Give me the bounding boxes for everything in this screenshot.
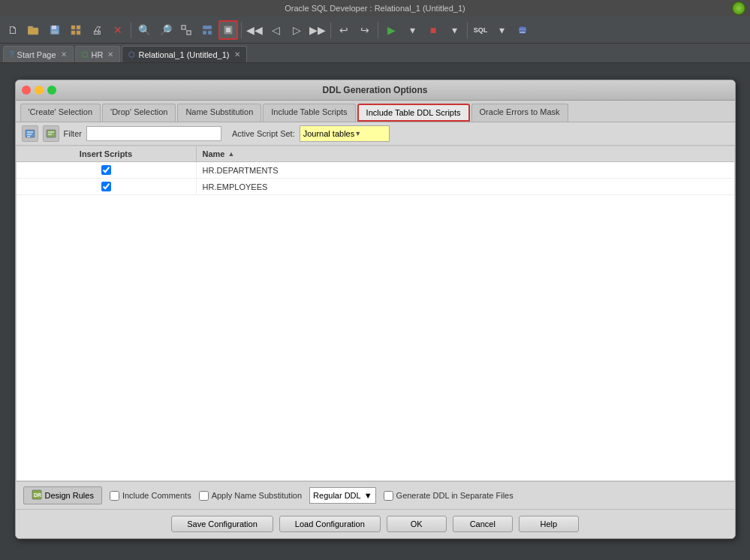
help-btn[interactable]: Help [519,516,579,532]
stop-opts-btn[interactable]: ▾ [444,20,464,40]
dialog-title: DDL Generation Options [323,85,428,95]
svg-rect-10 [187,31,191,35]
svg-rect-24 [47,130,56,137]
row2-checkbox[interactable] [101,182,111,191]
include-comments-checkbox[interactable] [110,491,119,501]
action-buttons: Save Configuration Load Configuration OK… [16,509,735,538]
active-tool-btn[interactable] [218,20,238,40]
svg-rect-0 [28,28,38,35]
col-name[interactable]: Name ▲ [197,146,734,161]
load-config-btn[interactable]: Load Configuration [279,516,381,532]
table-row: HR.EMPLOYEES [17,179,734,195]
bottom-options: DR Design Rules Include Comments Apply N… [16,481,735,509]
apply-name-sub-checkbox[interactable] [199,491,209,501]
tab-include-table-ddl-scripts[interactable]: Include Table DDL Scripts [357,104,470,122]
redo-btn[interactable]: ↪ [355,20,375,40]
design-rules-icon: DR [32,489,42,501]
filter-label: Filter [64,129,82,138]
svg-rect-1 [28,26,33,29]
active-script-select[interactable]: Journal tables ▼ [300,125,390,142]
save-btn[interactable] [45,20,65,40]
ddl-dropdown-arrow-icon: ▼ [364,491,372,500]
dialog-close-btn[interactable] [22,86,31,95]
dialog-minimize-btn[interactable] [35,86,44,95]
fit-btn[interactable] [176,20,196,40]
tab-include-table-scripts[interactable]: Include Table Scripts [263,104,355,122]
run-opts-btn[interactable]: ▾ [402,20,422,40]
stop-btn[interactable]: ■ [423,20,443,40]
tab-create-selection[interactable]: 'Create' Selection [20,104,101,122]
filter-bar: Filter Active Script Set: Journal tables… [16,122,735,146]
svg-rect-5 [71,26,75,29]
tab-oracle-errors[interactable]: Oracle Errors to Mask [471,104,568,122]
prev-btn[interactable]: ◁ [266,20,285,40]
tab-name-substitution[interactable]: Name Substitution [177,104,261,122]
ddl-type-select[interactable]: Regular DDL ▼ [309,487,375,504]
print-btn[interactable]: 🖨 [87,20,107,40]
filter-icon-btn1[interactable] [22,125,38,142]
table-body: HR.DEPARTMENTS HR.EMPLOYEES [17,162,734,480]
fwd2-btn[interactable]: ▶▶ [308,20,327,40]
svg-point-19 [519,31,526,34]
tab-hr[interactable]: ⬡ HR ✕ [75,46,121,62]
filter-input[interactable] [86,126,221,141]
save-config-btn[interactable]: Save Configuration [171,516,273,532]
hr-close[interactable]: ✕ [107,50,113,59]
table-container: Insert Scripts Name ▲ HR.DEPARTMENTS [16,146,735,481]
db-btn[interactable] [513,20,532,40]
new-btn[interactable]: 🗋 [3,20,23,40]
table-row: HR.DEPARTMENTS [17,162,734,179]
row1-checkbox-cell [17,162,197,178]
design-rules-btn[interactable]: DR Design Rules [23,486,102,504]
hr-icon: ⬡ [82,50,89,59]
tab-bar: ? Start Page ✕ ⬡ HR ✕ ⬡ Relational_1 (Un… [0,44,750,63]
active-script-label: Active Script Set: [232,129,295,138]
zoom-out-btn[interactable]: 🔎 [155,20,175,40]
row1-checkbox[interactable] [101,165,111,175]
open-btn[interactable] [24,20,44,40]
sep1 [131,22,131,38]
start-page-label: Start Page [17,50,56,59]
relational-label: Relational_1 (Untitled_1) [138,50,229,59]
svg-rect-8 [77,31,80,35]
tray-icon [732,2,745,15]
col-insert-scripts: Insert Scripts [17,146,197,161]
generate-separate-option[interactable]: Generate DDL in Separate Files [384,491,514,501]
undo-btn[interactable]: ↩ [334,20,354,40]
filter-icon-btn2[interactable] [43,125,59,142]
sql-btn[interactable]: SQL [471,20,490,40]
row1-name: HR.DEPARTMENTS [197,162,734,178]
svg-rect-3 [52,26,56,29]
tab-relational[interactable]: ⬡ Relational_1 (Untitled_1) ✕ [122,46,246,62]
tab-start-page[interactable]: ? Start Page ✕ [3,46,74,62]
svg-rect-13 [203,31,206,35]
generate-separate-checkbox[interactable] [384,491,393,501]
sep3 [330,22,331,38]
ok-btn[interactable]: OK [387,516,447,532]
sep4 [378,22,378,38]
forward-btn[interactable]: ▷ [287,20,306,40]
apply-name-sub-option[interactable]: Apply Name Substitution [199,491,302,501]
dialog-maximize-btn[interactable] [47,86,56,95]
layout-btn[interactable] [197,20,217,40]
sql-opts-btn[interactable]: ▾ [492,20,511,40]
back-btn[interactable]: ◀◀ [245,20,264,40]
row2-checkbox-cell [17,179,197,194]
relational-icon: ⬡ [128,50,135,59]
table-empty-area [17,195,734,480]
new-diagram-btn[interactable] [66,20,86,40]
run-btn[interactable]: ▶ [381,20,401,40]
main-toolbar: 🗋 🖨 ✕ 🔍 🔎 ◀◀ ◁ ▷ ▶▶ ↩ ↪ ▶ ▾ ■ ▾ SQL ▾ [0,17,750,44]
cancel-btn[interactable]: Cancel [453,516,513,532]
zoom-in-btn[interactable]: 🔍 [134,20,154,40]
start-page-close[interactable]: ✕ [61,50,67,59]
svg-rect-6 [77,26,80,29]
start-page-icon: ? [10,50,14,59]
sort-arrow-icon: ▲ [227,150,234,158]
svg-rect-7 [71,31,75,35]
design-rules-label: Design Rules [45,491,94,500]
include-comments-option[interactable]: Include Comments [110,491,191,501]
tab-drop-selection[interactable]: 'Drop' Selection [102,104,176,122]
delete-btn[interactable]: ✕ [108,20,128,40]
relational-close[interactable]: ✕ [234,50,240,59]
